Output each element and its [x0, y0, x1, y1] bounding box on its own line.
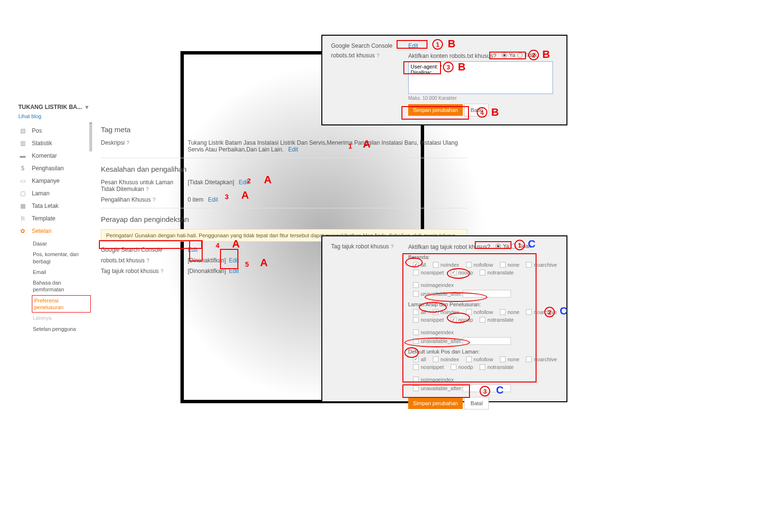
layout-icon: ▦	[18, 202, 27, 210]
chk-noodp-1[interactable]	[451, 270, 456, 275]
activate-robots-label: Aktifkan konten robots.txt khusus?	[408, 53, 496, 59]
chk-noindex-3[interactable]	[433, 356, 439, 362]
subnav-email[interactable]: Email	[32, 267, 91, 277]
chk-unavail-3[interactable]	[413, 385, 419, 391]
chk-none-3[interactable]	[500, 356, 506, 362]
chk-all-1[interactable]	[413, 262, 419, 268]
panel-robot-headers: Tag tajuk robot khusus? Aktifkan tag taj…	[321, 235, 567, 402]
gear-icon: ✿	[18, 227, 27, 235]
subnav-dasar[interactable]: Dasar	[32, 238, 91, 249]
chk-nofollow-3[interactable]	[466, 356, 472, 362]
radio-tidak-b[interactable]	[517, 53, 523, 58]
help-icon[interactable]: ?	[161, 269, 164, 274]
unavail-date-1[interactable]	[463, 290, 511, 298]
deskripsi-label: Deskripsi	[101, 139, 124, 146]
robots-textarea[interactable]	[408, 61, 553, 94]
chk-nosnippet-2[interactable]	[413, 317, 419, 323]
cancel-button-c[interactable]: Batal	[464, 397, 489, 409]
edit-deskripsi-link[interactable]: Edit	[288, 146, 298, 153]
chk-notranslate-3[interactable]	[480, 364, 485, 370]
radio-ya-c[interactable]	[496, 244, 501, 249]
chk-noarchive-1[interactable]	[526, 262, 532, 268]
panel-robots: Google Search Console Edit robots.txt kh…	[321, 35, 567, 125]
nav-tataletak[interactable]: ▦Tata Letak	[18, 200, 91, 212]
chk-nofollow-2[interactable]	[466, 309, 472, 315]
edit-header-link[interactable]: Edit	[229, 268, 239, 274]
chk-all-3[interactable]	[413, 356, 419, 362]
chk-notranslate-2[interactable]	[480, 317, 485, 323]
group-default: Default untuk Pos dan Laman:	[408, 349, 558, 355]
chk-noodp-2[interactable]	[451, 317, 456, 323]
chk-noimageindex-1[interactable]	[413, 282, 419, 288]
help-icon[interactable]: ?	[377, 53, 380, 58]
nav-template[interactable]: ⎘Template	[18, 212, 91, 225]
nav-laman[interactable]: ▢Laman	[18, 187, 91, 200]
subnav-lainnya[interactable]: Lainnya	[32, 313, 91, 323]
deskripsi-value: Tukang Listrik Batam Jasa Instalasi List…	[188, 139, 458, 153]
help-icon[interactable]: ?	[126, 140, 129, 146]
redirect-value: 0 item	[188, 196, 204, 203]
chk-noarchive-3[interactable]	[526, 356, 532, 362]
max-note: Maks. 10.000 Karakter	[408, 95, 558, 101]
view-blog-link[interactable]: Lihat blog	[18, 113, 92, 119]
group-arsip: Laman Arsip dan Penelusuran:	[408, 301, 558, 307]
chk-noimageindex-3[interactable]	[413, 377, 419, 382]
gsc-label: Google Search Console	[331, 42, 408, 49]
gsc-label: Google Search Console	[101, 246, 162, 253]
notfound-value: [Tidak Ditetapkan]	[188, 179, 234, 186]
help-icon[interactable]: ?	[152, 197, 155, 203]
chk-noindex-2[interactable]	[433, 309, 439, 315]
chk-noarchive-2[interactable]	[526, 309, 532, 315]
activate-header-label: Aktifkan tag tajuk robot khusus?	[408, 244, 490, 250]
subnav-bahasa[interactable]: Bahasa dan pemformatan	[32, 277, 91, 295]
nav-kampanye[interactable]: ▭Kampanye	[18, 175, 91, 187]
nav-penghasilan[interactable]: $Penghasilan	[18, 162, 91, 175]
chk-noindex-1[interactable]	[433, 262, 439, 268]
header-label: Tag tajuk robot khusus	[101, 268, 159, 274]
section-tag-meta: Tag meta	[101, 125, 468, 134]
redirect-label: Pengalihan Khusus	[101, 196, 151, 203]
subnav-preferensi-penelusuran[interactable]: Preferensi penelusuran	[32, 295, 91, 313]
header-status: [Dinonaktifkan]	[188, 268, 226, 274]
edit-gsc-link[interactable]: Edit	[188, 246, 198, 253]
radio-ya-b[interactable]	[502, 53, 507, 58]
section-errors: Kesalahan dan pengalihan	[101, 165, 468, 173]
help-icon[interactable]: ?	[146, 187, 149, 192]
dollar-icon: $	[18, 164, 27, 173]
list-icon: ▤	[18, 126, 27, 135]
edit-redirect-link[interactable]: Edit	[208, 196, 218, 203]
robots-label-b: robots.txt khusus	[331, 52, 375, 59]
robots-status: [Dinonaktifkan]	[188, 257, 226, 264]
chk-nosnippet-1[interactable]	[413, 270, 419, 275]
edit-gsc-link-b[interactable]: Edit	[408, 42, 418, 49]
nav-pos[interactable]: ▤Pos	[18, 124, 91, 137]
chk-notranslate-1[interactable]	[480, 270, 485, 275]
chk-none-2[interactable]	[500, 309, 506, 315]
blog-name: TUKANG LISTRIK BA...	[18, 104, 82, 110]
edit-robots-link[interactable]: Edit	[229, 257, 239, 264]
subnav-setelan-pengguna[interactable]: Setelan pengguna	[32, 324, 91, 334]
chk-noimageindex-2[interactable]	[413, 329, 419, 335]
chevron-down-icon: ▾	[85, 104, 88, 110]
robots-label: robots.txt khusus	[101, 257, 145, 264]
chk-noodp-3[interactable]	[451, 364, 456, 370]
nav-statistik[interactable]: ▥Statistik	[18, 137, 91, 150]
comment-icon: ▬	[18, 151, 27, 160]
chk-unavail-2[interactable]	[413, 338, 419, 344]
blog-title[interactable]: TUKANG LISTRIK BA... ▾	[18, 104, 92, 110]
subnav-pos-komentar[interactable]: Pos, komentar, dan berbagi	[32, 249, 91, 267]
unavail-date-2[interactable]	[463, 337, 511, 345]
chk-unavail-1[interactable]	[413, 291, 419, 297]
nav-komentar[interactable]: ▬Komentar	[18, 150, 91, 162]
chk-none-1[interactable]	[500, 262, 506, 268]
section-crawlers: Perayap dan pengindeksan	[101, 215, 468, 223]
chk-all-2[interactable]	[413, 309, 419, 315]
help-icon[interactable]: ?	[147, 258, 150, 263]
notfound-label: Pesan Khusus untuk Laman Tidak Ditemukan	[101, 179, 173, 192]
help-icon[interactable]: ?	[391, 244, 394, 249]
nav-setelan[interactable]: ✿Setelan	[18, 225, 91, 237]
save-button-b[interactable]: Simpan perubahan	[408, 104, 463, 116]
chk-nosnippet-3[interactable]	[413, 364, 419, 370]
chk-nofollow-1[interactable]	[466, 262, 472, 268]
save-button-c[interactable]: Simpan perubahan	[408, 397, 463, 409]
